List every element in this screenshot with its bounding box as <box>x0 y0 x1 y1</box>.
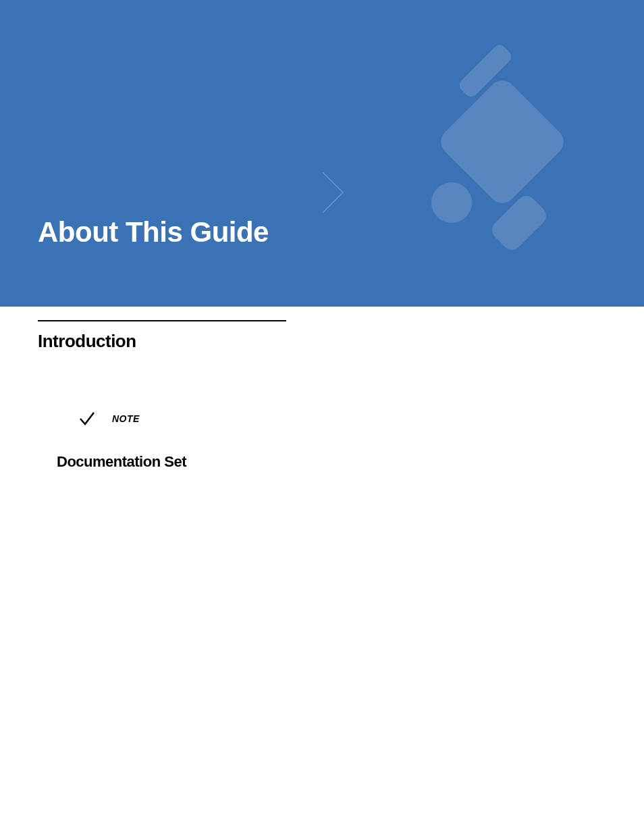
content-area: Introduction NOTE Documentation Set <box>0 307 644 484</box>
svg-point-2 <box>431 182 472 223</box>
subsection-heading: Documentation Set <box>57 453 606 471</box>
section-divider <box>38 320 286 321</box>
note-block: NOTE <box>78 410 606 427</box>
note-label: NOTE <box>112 413 140 424</box>
section-heading: Introduction <box>38 331 606 352</box>
banner-decoration-icon <box>401 34 576 273</box>
chevron-right-icon <box>319 169 346 216</box>
header-banner: About This Guide <box>0 0 644 307</box>
page-title: About This Guide <box>38 216 269 249</box>
checkmark-icon <box>78 410 96 427</box>
